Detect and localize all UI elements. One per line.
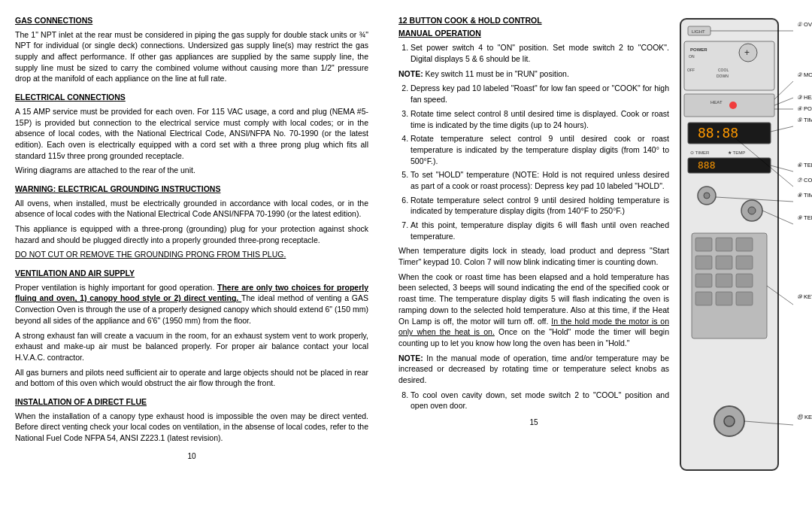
- grounding-underline: DO NOT CUT OR REMOVE THE GROUNDING PRONG…: [15, 249, 368, 260]
- note-label: NOTE:: [398, 69, 426, 78]
- ventilation-text3: All gas burners and pilots need sufficie…: [15, 367, 368, 389]
- svg-text:88:88: 88:88: [698, 125, 738, 141]
- label-7-text: COLON: [804, 177, 812, 184]
- step-6: Rotate temperature select control 9 unti…: [411, 195, 669, 217]
- label-6-num: ⑥: [797, 162, 804, 168]
- svg-rect-27: [736, 238, 753, 251]
- svg-rect-30: [736, 256, 753, 269]
- electrical-connections-section: ELECTRICAL CONNECTIONS A 15 AMP service …: [15, 92, 368, 176]
- svg-point-23: [748, 207, 756, 214]
- label-4-text: POWER SWITCH: [804, 105, 812, 112]
- label-9: ⑨ TEMPERATURE SELECT CONTROL: [797, 214, 812, 222]
- svg-point-21: [704, 193, 710, 199]
- label-6-text: TEMPERATURE DISPLAY DIGITS: [804, 162, 812, 168]
- label-7: ⑦ COLON: [797, 177, 812, 184]
- label-3-num: ③: [797, 94, 804, 101]
- grounding-title: WARNING: ELECTRICAL GROUNDING INSTRUCTIO…: [15, 184, 368, 195]
- svg-text:OFF: OFF: [687, 68, 695, 72]
- label-11: ⑪ KEYSWITCH: [797, 414, 812, 421]
- installation-section: INSTALLATION OF A DIRECT FLUE When the i…: [15, 396, 368, 444]
- label-10: ⑩ KEYPAD AREA: [797, 293, 812, 301]
- svg-text:888: 888: [698, 159, 715, 171]
- step-1-text: Set power switch 4 to "ON" position. Set…: [411, 43, 669, 63]
- label-4-num: ④: [797, 105, 804, 112]
- right-page-number: 15: [398, 417, 669, 428]
- oven-diagram-area: ① OVEN LIGHT SWITCH ② MODE SWITCH ③ HEAT…: [677, 15, 797, 428]
- ventilation-title: VENTILATION AND AIR SUPPLY: [15, 268, 368, 279]
- svg-rect-33: [736, 274, 753, 287]
- note-key: NOTE: Key switch 11 must be in "RUN" pos…: [398, 68, 669, 80]
- step-4: Rotate temperature select control 9 unti…: [411, 133, 669, 166]
- manual-op-title: MANUAL OPERATION: [398, 29, 481, 38]
- para3: NOTE: In the manual mode of operation, t…: [398, 353, 669, 386]
- label-8-num: ⑧: [797, 192, 804, 199]
- note-label-2: NOTE:: [398, 354, 426, 363]
- electrical-connections-title: ELECTRICAL CONNECTIONS: [15, 92, 368, 103]
- svg-text:+: +: [744, 47, 750, 58]
- step-7: At this point, temperature display digit…: [411, 220, 669, 241]
- svg-rect-29: [716, 256, 732, 269]
- para2: When the cook or roast time has been ela…: [398, 272, 669, 349]
- svg-text:LIGHT: LIGHT: [692, 29, 705, 34]
- svg-rect-31: [695, 274, 712, 287]
- para3-text: In the manual mode of operation, time an…: [398, 354, 669, 384]
- svg-text:HEAT: HEAT: [710, 100, 723, 105]
- installation-title: INSTALLATION OF A DIRECT FLUE: [15, 396, 368, 408]
- left-column: GAS CONNECTIONS The 1" NPT inlet at the …: [8, 15, 376, 517]
- label-1: ① OVEN LIGHT SWITCH: [797, 21, 812, 29]
- svg-rect-34: [695, 292, 712, 305]
- ventilation-intro: Proper ventilation is highly important f…: [15, 283, 217, 292]
- installation-text: When the installation of a canopy type e…: [15, 411, 368, 444]
- steps-list-2: Depress key pad 10 labeled "Roast" for l…: [398, 83, 669, 241]
- label-9-num: ⑨: [797, 214, 804, 221]
- label-1-text: OVEN LIGHT SWITCH: [804, 21, 812, 28]
- grounding-section: WARNING: ELECTRICAL GROUNDING INSTRUCTIO…: [15, 184, 368, 260]
- step-2: Depress key pad 10 labeled "Roast" for l…: [411, 83, 669, 105]
- step-5: To set "HOLD" temperature (NOTE: Hold is…: [411, 169, 669, 191]
- right-text-area: 12 BUTTON COOK & HOLD CONTROL MANUAL OPE…: [398, 15, 669, 428]
- svg-rect-28: [695, 256, 712, 269]
- gas-connections-title: GAS CONNECTIONS: [15, 15, 368, 26]
- cook-hold-title: 12 BUTTON COOK & HOLD CONTROL: [398, 16, 542, 25]
- label-11-num: ⑪: [797, 414, 804, 420]
- grounding-text1: All ovens, when installed, must be elect…: [15, 198, 368, 220]
- gas-connections-section: GAS CONNECTIONS The 1" NPT inlet at the …: [15, 15, 368, 84]
- ventilation-text2: A strong exhaust fan will create a vacuu…: [15, 330, 368, 363]
- right-column: 12 BUTTON COOK & HOLD CONTROL MANUAL OPE…: [391, 15, 804, 517]
- right-sub-title: MANUAL OPERATION: [398, 28, 669, 39]
- label-3: ③ HEAT ON LAMP: [797, 94, 812, 102]
- step8-list: To cool oven cavity down, set mode switc…: [398, 390, 669, 411]
- electrical-connections-text: A 15 AMP service must be provided for ea…: [15, 106, 368, 161]
- label-7-num: ⑦: [797, 177, 804, 184]
- label-4: ④ POWER SWITCH: [797, 105, 812, 113]
- label-10-text: KEYPAD AREA: [804, 293, 812, 300]
- electrical-connections-extra: Wiring diagrams are attached to the rear…: [15, 165, 368, 176]
- label-11-text: KEYSWITCH: [804, 414, 812, 420]
- steps-list: Set power switch 4 to "ON" position. Set…: [398, 42, 669, 64]
- svg-text:ON: ON: [689, 54, 695, 59]
- label-2-text: MODE SWITCH: [804, 71, 812, 78]
- label-2: ② MODE SWITCH: [797, 71, 812, 79]
- step-3: Rotate time select control 8 until desir…: [411, 108, 669, 130]
- left-page-number: 10: [15, 451, 368, 462]
- gas-connections-text: The 1" NPT inlet at the rear must be con…: [15, 29, 368, 84]
- label-10-num: ⑩: [797, 293, 804, 300]
- label-5-text: TIME DISPLAY DIGITS: [804, 117, 812, 123]
- label-6: ⑥ TEMPERATURE DISPLAY DIGITS: [797, 162, 812, 169]
- step-8: To cool oven cavity down, set mode switc…: [411, 390, 669, 411]
- warning-label: WARNING: ELECTRICAL GROUNDING INSTRUCTIO…: [15, 184, 220, 193]
- note-key-text: Key switch 11 must be in "RUN" position.: [426, 69, 569, 78]
- svg-text:★ TEMP: ★ TEMP: [728, 150, 745, 155]
- svg-text:COOL: COOL: [718, 68, 729, 72]
- step-1: Set power switch 4 to "ON" position. Set…: [411, 42, 669, 64]
- svg-rect-35: [716, 292, 732, 305]
- para2-off: off.: [538, 317, 551, 326]
- ventilation-text1: Proper ventilation is highly important f…: [15, 282, 368, 326]
- svg-text:DOWN: DOWN: [717, 74, 729, 78]
- label-8: ⑧ TIME SELECT CONTROL: [797, 192, 812, 199]
- ventilation-section: VENTILATION AND AIR SUPPLY Proper ventil…: [15, 268, 368, 389]
- svg-rect-26: [716, 238, 732, 251]
- label-5-num: ⑤: [797, 117, 804, 123]
- grounding-text2: This appliance is equipped with a three-…: [15, 223, 368, 245]
- label-8-text: TIME SELECT CONTROL: [804, 192, 812, 199]
